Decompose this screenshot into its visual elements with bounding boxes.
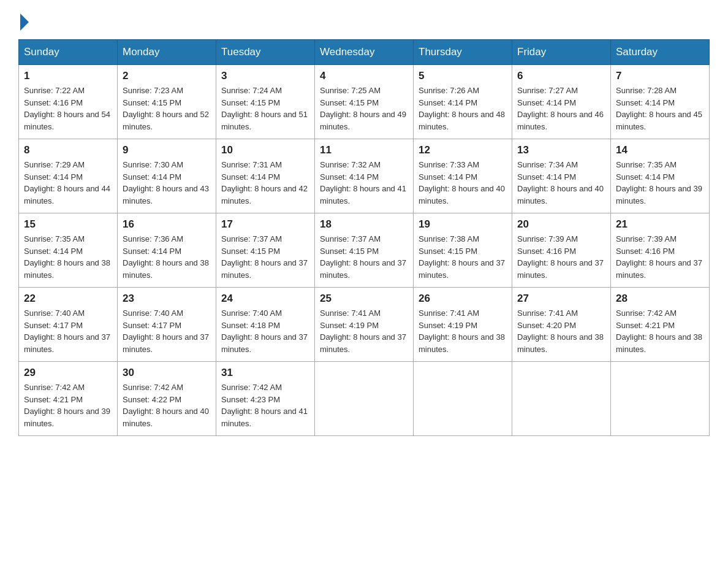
- day-number: 16: [123, 218, 211, 231]
- day-info: Sunrise: 7:25 AMSunset: 4:15 PMDaylight:…: [320, 85, 408, 132]
- day-number: 24: [221, 293, 309, 305]
- day-info: Sunrise: 7:39 AMSunset: 4:16 PMDaylight:…: [616, 233, 704, 281]
- day-number: 2: [123, 70, 211, 82]
- calendar-day-cell: 2Sunrise: 7:23 AMSunset: 4:15 PMDaylight…: [118, 65, 216, 139]
- calendar-day-cell: 27Sunrise: 7:41 AMSunset: 4:20 PMDayligh…: [512, 288, 611, 362]
- day-number: 10: [221, 144, 309, 156]
- calendar-day-cell: 16Sunrise: 7:36 AMSunset: 4:14 PMDayligh…: [118, 213, 216, 288]
- day-info: Sunrise: 7:42 AMSunset: 4:21 PMDaylight:…: [616, 307, 704, 355]
- calendar-day-cell: 23Sunrise: 7:40 AMSunset: 4:17 PMDayligh…: [118, 288, 216, 362]
- day-number: 1: [24, 70, 112, 82]
- day-number: 19: [419, 218, 507, 231]
- day-info: Sunrise: 7:40 AMSunset: 4:17 PMDaylight:…: [123, 307, 211, 355]
- calendar-day-cell: 4Sunrise: 7:25 AMSunset: 4:15 PMDaylight…: [315, 65, 414, 139]
- day-info: Sunrise: 7:26 AMSunset: 4:14 PMDaylight:…: [419, 85, 507, 132]
- day-info: Sunrise: 7:33 AMSunset: 4:14 PMDaylight:…: [419, 159, 507, 207]
- calendar-day-cell: 22Sunrise: 7:40 AMSunset: 4:17 PMDayligh…: [19, 288, 118, 362]
- logo-arrow-icon: [20, 13, 29, 31]
- day-info: Sunrise: 7:42 AMSunset: 4:23 PMDaylight:…: [221, 381, 309, 429]
- day-number: 17: [221, 218, 309, 231]
- weekday-header-friday: Friday: [512, 40, 611, 65]
- calendar-week-row: 1Sunrise: 7:22 AMSunset: 4:16 PMDaylight…: [19, 65, 710, 139]
- day-info: Sunrise: 7:24 AMSunset: 4:15 PMDaylight:…: [221, 85, 309, 132]
- calendar-day-cell: 21Sunrise: 7:39 AMSunset: 4:16 PMDayligh…: [611, 213, 710, 288]
- day-number: 18: [320, 218, 408, 231]
- calendar-day-cell: 20Sunrise: 7:39 AMSunset: 4:16 PMDayligh…: [512, 213, 611, 288]
- calendar-day-cell: 15Sunrise: 7:35 AMSunset: 4:14 PMDayligh…: [19, 213, 118, 288]
- calendar-day-cell: 6Sunrise: 7:27 AMSunset: 4:14 PMDaylight…: [512, 65, 611, 139]
- day-info: Sunrise: 7:23 AMSunset: 4:15 PMDaylight:…: [123, 85, 211, 132]
- calendar-day-cell: 9Sunrise: 7:30 AMSunset: 4:14 PMDaylight…: [118, 139, 216, 213]
- page-header: [18, 12, 710, 27]
- empty-cell: [414, 362, 512, 436]
- day-info: Sunrise: 7:37 AMSunset: 4:15 PMDaylight:…: [221, 233, 309, 281]
- day-number: 15: [24, 218, 112, 231]
- day-info: Sunrise: 7:27 AMSunset: 4:14 PMDaylight:…: [517, 85, 605, 132]
- day-info: Sunrise: 7:31 AMSunset: 4:14 PMDaylight:…: [221, 159, 309, 207]
- day-info: Sunrise: 7:34 AMSunset: 4:14 PMDaylight:…: [517, 159, 605, 207]
- day-number: 14: [616, 144, 704, 156]
- day-number: 30: [123, 367, 211, 379]
- calendar-table: SundayMondayTuesdayWednesdayThursdayFrid…: [18, 39, 710, 436]
- calendar-day-cell: 3Sunrise: 7:24 AMSunset: 4:15 PMDaylight…: [216, 65, 315, 139]
- day-number: 25: [320, 293, 408, 305]
- day-number: 20: [517, 218, 605, 231]
- calendar-day-cell: 5Sunrise: 7:26 AMSunset: 4:14 PMDaylight…: [414, 65, 512, 139]
- day-number: 4: [320, 70, 408, 82]
- day-number: 11: [320, 144, 408, 156]
- day-info: Sunrise: 7:41 AMSunset: 4:20 PMDaylight:…: [517, 307, 605, 355]
- day-info: Sunrise: 7:30 AMSunset: 4:14 PMDaylight:…: [123, 159, 211, 207]
- day-number: 6: [517, 70, 605, 82]
- day-info: Sunrise: 7:40 AMSunset: 4:17 PMDaylight:…: [24, 307, 112, 355]
- calendar-week-row: 29Sunrise: 7:42 AMSunset: 4:21 PMDayligh…: [19, 362, 710, 436]
- day-info: Sunrise: 7:35 AMSunset: 4:14 PMDaylight:…: [616, 159, 704, 207]
- day-number: 7: [616, 70, 704, 82]
- day-info: Sunrise: 7:41 AMSunset: 4:19 PMDaylight:…: [320, 307, 408, 355]
- calendar-day-cell: 31Sunrise: 7:42 AMSunset: 4:23 PMDayligh…: [216, 362, 315, 436]
- day-info: Sunrise: 7:28 AMSunset: 4:14 PMDaylight:…: [616, 85, 704, 132]
- calendar-week-row: 15Sunrise: 7:35 AMSunset: 4:14 PMDayligh…: [19, 213, 710, 288]
- day-info: Sunrise: 7:40 AMSunset: 4:18 PMDaylight:…: [221, 307, 309, 355]
- day-number: 9: [123, 144, 211, 156]
- day-number: 31: [221, 367, 309, 379]
- day-number: 3: [221, 70, 309, 82]
- calendar-day-cell: 13Sunrise: 7:34 AMSunset: 4:14 PMDayligh…: [512, 139, 611, 213]
- calendar-day-cell: 24Sunrise: 7:40 AMSunset: 4:18 PMDayligh…: [216, 288, 315, 362]
- day-number: 5: [419, 70, 507, 82]
- calendar-day-cell: 11Sunrise: 7:32 AMSunset: 4:14 PMDayligh…: [315, 139, 414, 213]
- calendar-day-cell: 30Sunrise: 7:42 AMSunset: 4:22 PMDayligh…: [118, 362, 216, 436]
- calendar-day-cell: 14Sunrise: 7:35 AMSunset: 4:14 PMDayligh…: [611, 139, 710, 213]
- calendar-day-cell: 26Sunrise: 7:41 AMSunset: 4:19 PMDayligh…: [414, 288, 512, 362]
- calendar-week-row: 8Sunrise: 7:29 AMSunset: 4:14 PMDaylight…: [19, 139, 710, 213]
- day-number: 27: [517, 293, 605, 305]
- empty-cell: [611, 362, 710, 436]
- day-info: Sunrise: 7:41 AMSunset: 4:19 PMDaylight:…: [419, 307, 507, 355]
- day-info: Sunrise: 7:35 AMSunset: 4:14 PMDaylight:…: [24, 233, 112, 281]
- calendar-day-cell: 19Sunrise: 7:38 AMSunset: 4:15 PMDayligh…: [414, 213, 512, 288]
- weekday-header-wednesday: Wednesday: [315, 40, 414, 65]
- weekday-header-saturday: Saturday: [611, 40, 710, 65]
- empty-cell: [512, 362, 611, 436]
- calendar-day-cell: 12Sunrise: 7:33 AMSunset: 4:14 PMDayligh…: [414, 139, 512, 213]
- weekday-header-tuesday: Tuesday: [216, 40, 315, 65]
- weekday-header-row: SundayMondayTuesdayWednesdayThursdayFrid…: [19, 40, 710, 65]
- calendar-day-cell: 10Sunrise: 7:31 AMSunset: 4:14 PMDayligh…: [216, 139, 315, 213]
- day-number: 22: [24, 293, 112, 305]
- day-info: Sunrise: 7:38 AMSunset: 4:15 PMDaylight:…: [419, 233, 507, 281]
- weekday-header-monday: Monday: [118, 40, 216, 65]
- day-number: 23: [123, 293, 211, 305]
- day-number: 13: [517, 144, 605, 156]
- day-info: Sunrise: 7:29 AMSunset: 4:14 PMDaylight:…: [24, 159, 112, 207]
- calendar-day-cell: 18Sunrise: 7:37 AMSunset: 4:15 PMDayligh…: [315, 213, 414, 288]
- day-info: Sunrise: 7:22 AMSunset: 4:16 PMDaylight:…: [24, 85, 112, 132]
- day-info: Sunrise: 7:32 AMSunset: 4:14 PMDaylight:…: [320, 159, 408, 207]
- calendar-week-row: 22Sunrise: 7:40 AMSunset: 4:17 PMDayligh…: [19, 288, 710, 362]
- calendar-day-cell: 1Sunrise: 7:22 AMSunset: 4:16 PMDaylight…: [19, 65, 118, 139]
- day-number: 28: [616, 293, 704, 305]
- day-info: Sunrise: 7:42 AMSunset: 4:21 PMDaylight:…: [24, 381, 112, 429]
- day-number: 29: [24, 367, 112, 379]
- day-info: Sunrise: 7:42 AMSunset: 4:22 PMDaylight:…: [123, 381, 211, 429]
- calendar-day-cell: 25Sunrise: 7:41 AMSunset: 4:19 PMDayligh…: [315, 288, 414, 362]
- calendar-day-cell: 7Sunrise: 7:28 AMSunset: 4:14 PMDaylight…: [611, 65, 710, 139]
- calendar-day-cell: 8Sunrise: 7:29 AMSunset: 4:14 PMDaylight…: [19, 139, 118, 213]
